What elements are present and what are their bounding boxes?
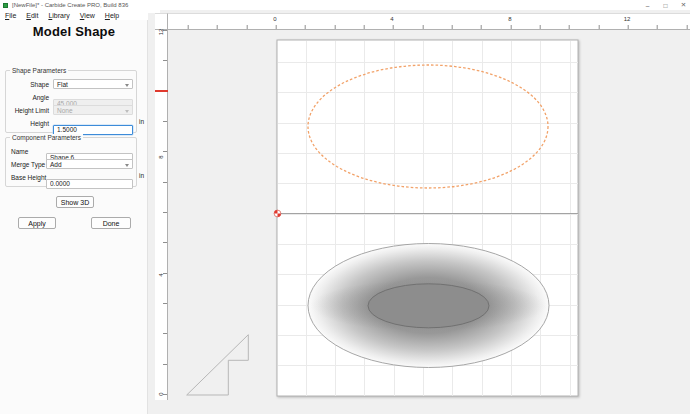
page-title: Model Shape xyxy=(0,24,148,39)
menu-help[interactable]: Help xyxy=(100,12,124,19)
vertical-ruler: 12 8 4 0 xyxy=(155,30,168,400)
model-preview-inner-ellipse xyxy=(368,284,489,328)
shape-select-value: Flat xyxy=(54,81,68,88)
ruler-label: 12 xyxy=(155,27,167,38)
shape-parameters-legend: Shape Parameters xyxy=(10,67,68,74)
horizontal-ruler-ticks xyxy=(168,25,690,29)
done-button[interactable]: Done xyxy=(91,217,131,229)
height-limit-label: Height Limit xyxy=(9,107,53,114)
merge-type-value: Add xyxy=(47,161,62,168)
chevron-down-icon xyxy=(125,110,129,113)
base-height-unit-label: in xyxy=(139,172,144,179)
window-title: [NewFile]* - Carbide Create PRO, Build 8… xyxy=(12,2,128,8)
show-3d-button[interactable]: Show 3D xyxy=(56,196,94,208)
origin-marker xyxy=(274,210,281,217)
chevron-down-icon xyxy=(125,164,129,167)
app-window: [NewFile]* - Carbide Create PRO, Build 8… xyxy=(0,0,690,414)
maximize-button[interactable]: □ xyxy=(661,2,670,9)
model-shape-panel: Model Shape Shape Parameters Shape Flat … xyxy=(0,20,148,414)
height-field[interactable] xyxy=(53,125,133,135)
angle-label: Angle xyxy=(9,94,53,101)
shape-select[interactable]: Flat xyxy=(53,79,133,89)
base-height-field[interactable] xyxy=(46,179,133,189)
height-limit-value: None xyxy=(54,107,73,114)
ruler-label: 4 xyxy=(155,270,167,281)
app-icon xyxy=(3,3,8,8)
menu-edit[interactable]: Edit xyxy=(21,12,43,19)
shape-parameters-group: Shape Parameters Shape Flat Angle Height… xyxy=(5,70,137,133)
close-button[interactable]: ✕ xyxy=(679,1,688,9)
chevron-down-icon xyxy=(125,84,129,87)
component-parameters-group: Component Parameters Name Merge Type Add… xyxy=(5,137,137,187)
merge-type-select[interactable]: Add xyxy=(46,159,133,169)
cursor-position-indicator xyxy=(155,90,168,92)
ruler-label: 0 xyxy=(155,389,167,400)
menu-library[interactable]: Library xyxy=(43,12,74,19)
ruler-label: 12 xyxy=(624,16,631,22)
minimize-button[interactable]: – xyxy=(643,2,652,9)
ruler-label: 4 xyxy=(390,16,393,22)
height-unit-label: in xyxy=(139,118,144,125)
model-preview xyxy=(308,244,549,368)
merge-type-label: Merge Type xyxy=(9,161,46,168)
name-label: Name xyxy=(9,148,46,155)
ruler-label: 8 xyxy=(155,152,167,163)
vertical-ruler-ticks xyxy=(163,30,167,400)
title-bar: [NewFile]* - Carbide Create PRO, Build 8… xyxy=(0,0,690,10)
menu-file[interactable]: File xyxy=(0,12,21,19)
apply-button[interactable]: Apply xyxy=(18,217,56,229)
ruler-label: 8 xyxy=(508,16,511,22)
ruler-label: 0 xyxy=(273,16,276,22)
menu-view[interactable]: View xyxy=(75,12,100,19)
shape-label: Shape xyxy=(9,81,53,88)
height-label: Height xyxy=(9,120,53,127)
horizontal-ruler: 0 4 8 12 xyxy=(168,13,690,30)
base-height-label: Base Height xyxy=(9,174,46,181)
menu-bar: File Edit Library View Help xyxy=(0,10,160,20)
design-canvas[interactable] xyxy=(168,30,690,414)
canvas-region: 0 4 8 12 12 8 4 0 xyxy=(148,13,690,414)
height-limit-select: None xyxy=(53,105,133,115)
component-parameters-legend: Component Parameters xyxy=(10,134,83,141)
window-controls: – □ ✕ xyxy=(643,0,688,10)
